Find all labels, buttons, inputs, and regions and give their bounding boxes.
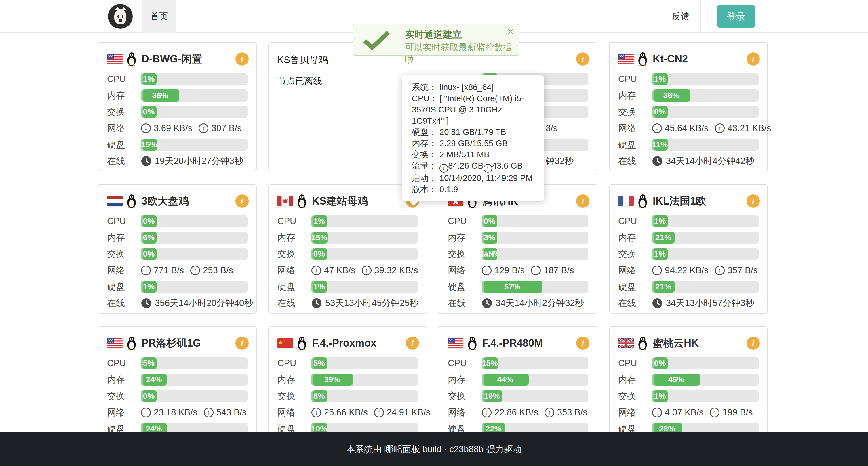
stat-row-mem: 内存24% [107,371,248,388]
progress-track-mem: 6% [141,232,248,244]
progress-track-disk: 15% [141,139,248,151]
stat-row-disk: 硬盘1% [107,278,248,295]
progress-value-disk: 21% [655,282,672,291]
progress-value-disk: 28% [659,424,675,433]
stat-row-disk: 硬盘1% [277,278,418,295]
progress-track-cpu: 15% [482,357,588,369]
progress-value-mem: 15% [311,233,328,242]
progress-fill-swap: 0% [141,106,157,118]
network-upload-value: 24.91 KB/s [387,407,431,418]
close-icon[interactable]: × [507,26,514,37]
stat-row-disk: 硬盘57% [448,278,588,295]
stat-label-disk: 硬盘 [618,281,652,293]
server-name: 3欧大盘鸡 [142,194,189,208]
stat-label-swap: 交换 [618,248,652,260]
download-arrow-icon: ↓ [141,124,151,133]
login-button[interactable]: 登录 [717,5,755,28]
network-upload-value: 543 B/s [216,407,247,418]
stat-label-cpu: CPU [107,358,141,368]
stat-label-cpu: CPU [448,216,482,226]
feedback-link[interactable]: 反馈 [661,0,701,33]
stat-row-net: 网络↓45.64 KB/s↑43.21 KB/s [618,120,758,136]
tab-home[interactable]: 首页 [142,0,176,33]
network-download-value: 23.18 KB/s [154,407,197,418]
uptime-visible-fragment: 钟32秒 [546,155,573,167]
tooltip-row-label: 启动： [412,173,439,184]
info-icon[interactable]: i [236,195,249,208]
progress-value-swap: 0% [654,107,666,116]
info-icon[interactable]: i [236,337,249,350]
logo-avatar[interactable] [108,4,133,29]
logo-cat-eye-icon [117,15,119,18]
tooltip-row-value: 20.81 GB/1.79 TB [439,127,506,137]
info-icon[interactable]: i [406,337,419,350]
stat-row-swap: 交换0% [107,246,248,262]
info-icon[interactable]: i [747,52,760,66]
progress-fill-disk: 15% [141,139,157,151]
info-icon[interactable]: i [747,337,760,350]
network-upload-value: 187 B/s [544,265,574,275]
progress-value-cpu: 0% [143,217,155,226]
tooltip-row: 流量：↓84.26 GB↑43.6 GB [412,160,534,173]
progress-value-disk: 1% [143,282,155,291]
stat-row-swap: 交换8% [277,388,418,404]
info-icon[interactable]: i [236,52,249,66]
progress-track-mem: 45% [652,374,758,386]
stat-label-net: 网络 [618,264,652,276]
stat-row-mem: 内存36% [107,87,248,104]
progress-track-mem: 3% [482,232,588,244]
uptime-value: 53天13小时45分钟25秒 [325,297,418,309]
stat-label-net: 网络 [277,406,311,419]
progress-value-mem: 24% [146,375,162,384]
stat-label-mem: 内存 [448,232,482,244]
progress-fill-cpu: 15% [482,357,498,369]
progress-fill-mem: 24% [141,374,167,386]
network-values: ↓3.69 KB/s↑307 B/s [141,123,242,133]
stat-row-swap: 交换NaN% [448,246,588,262]
tooltip-row-label: 版本： [412,184,439,195]
progress-track-swap: 1% [652,248,758,260]
download-arrow-icon: ↓ [482,408,492,418]
progress-track-mem: 21% [652,232,758,244]
uptime-value: 34天14小时4分钟42秒 [666,155,754,167]
network-upload-value: 199 B/s [722,407,753,418]
progress-value-swap: 0% [143,107,155,116]
server-card-header: D-BWG-闲置 [107,49,248,68]
info-icon[interactable]: i [576,337,589,350]
clock-icon [652,156,662,166]
tooltip-row-value: linux- [x86_64] [439,82,494,92]
linux-penguin-icon [637,194,649,208]
info-icon[interactable]: i [576,195,589,208]
clock-icon [311,298,322,308]
progress-value-mem: 44% [497,375,513,384]
server-name: PR洛杉矶1G [142,336,201,351]
uptime-value: 19天20小时27分钟3秒 [155,155,243,167]
stat-row-cpu: CPU5% [277,355,418,371]
stat-label-swap: 交换 [277,390,311,402]
progress-value-cpu: 0% [654,359,666,368]
stat-label-swap: 交换 [107,390,141,402]
info-icon[interactable]: i [747,195,760,208]
online-values: 34天14小时4分钟42秒 [652,155,754,167]
flag-icon-cn [277,338,293,348]
flag-icon-gb [618,338,634,348]
progress-track-cpu: 1% [652,73,758,85]
progress-track-mem: 36% [141,90,248,102]
download-arrow-icon: ↓ [311,408,321,418]
stat-label-swap: 交换 [107,248,141,260]
stat-row-cpu: CPU5% [107,355,248,371]
progress-track-swap: NaN% [482,248,588,260]
progress-track-swap: 0% [141,390,248,402]
stat-label-mem: 内存 [277,232,311,244]
info-icon[interactable]: i [576,52,589,66]
tooltip-row-value: 2.29 GB/15.55 GB [439,139,508,148]
progress-fill-mem: 36% [141,90,179,102]
download-arrow-icon: ↓ [652,124,662,133]
stat-label-cpu: CPU [107,74,141,84]
footer-text: 本系统由 哪吒面板 build · c23b88b 强力驱动 [346,444,522,454]
uptime-value: 34天14小时2分钟32秒 [496,297,584,309]
network-upload-value: 357 B/s [727,265,758,275]
progress-fill-cpu: 5% [311,357,327,369]
progress-track-cpu: 0% [482,215,588,227]
progress-value-swap: NaN% [482,249,497,259]
